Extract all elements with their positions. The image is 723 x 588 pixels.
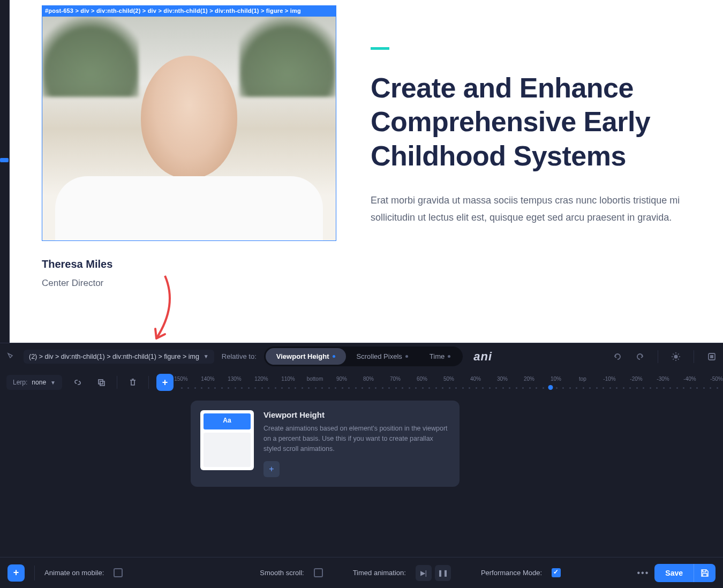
tab-label: Viewport Height	[276, 352, 329, 360]
smooth-scroll-checkbox[interactable]	[314, 568, 323, 577]
profile-name: Theresa Miles	[42, 258, 356, 270]
tab-scrolled-pixels[interactable]: Scrolled Pixels	[346, 348, 419, 365]
performance-mode-checkbox[interactable]	[552, 568, 561, 577]
save-button[interactable]: Save	[654, 564, 694, 582]
content-column: Create and Enhance Comprehensive Early C…	[366, 0, 702, 343]
performance-mode-label: Performance Mode:	[481, 569, 542, 577]
ruler-tick-label: 40%	[470, 376, 481, 382]
ruler-marker[interactable]	[0, 158, 9, 162]
svg-line-7	[673, 359, 674, 360]
tab-label: Time	[430, 352, 445, 360]
undo-icon[interactable]	[613, 352, 622, 361]
preview-canvas[interactable]: #post-653 > div > div:nth-child(2) > div…	[10, 0, 723, 343]
collapse-icon[interactable]	[707, 352, 717, 361]
timeline-ruler[interactable]: 150%140%130%120%110%bottom90%80%70%60%50…	[181, 376, 717, 389]
ruler-tick-label: -10%	[603, 376, 615, 382]
ruler-tick-label: 120%	[254, 376, 268, 382]
active-dot-icon	[333, 355, 335, 358]
selected-image-wrap[interactable]: #post-653 > div > div:nth-child(2) > div…	[42, 5, 336, 241]
card-title: Viewport Height	[263, 410, 450, 419]
card-add-button[interactable]: +	[263, 461, 280, 477]
lerp-label: Lerp:	[13, 379, 27, 386]
more-options-button[interactable]: •••	[631, 564, 654, 582]
relative-to-tabs: Viewport Height Scrolled Pixels Time	[264, 346, 463, 366]
animate-mobile-checkbox[interactable]	[114, 568, 123, 577]
timed-animation-label: Timed animation:	[353, 569, 406, 577]
preview-header: Aa	[204, 413, 251, 429]
ruler-tick-label: 30%	[497, 376, 508, 382]
ruler-tick-label: 110%	[281, 376, 295, 382]
ruler-tick-label: 90%	[336, 376, 347, 382]
copy-icon[interactable]	[93, 374, 109, 390]
card-description: Create animations based on element's pos…	[263, 424, 450, 454]
trash-icon[interactable]	[125, 374, 141, 390]
active-dot-icon	[448, 355, 450, 358]
profile-column: #post-653 > div > div:nth-child(2) > div…	[31, 0, 366, 343]
ruler-tick-label: bottom	[307, 376, 323, 382]
chevron-down-icon: ▼	[50, 380, 56, 386]
svg-line-5	[673, 353, 674, 355]
selector-path-badge: #post-653 > div > div:nth-child(2) > div…	[42, 5, 336, 16]
ruler-tick-label: -50%	[710, 376, 722, 382]
ruler-tick-label: -20%	[630, 376, 642, 382]
preview-body	[204, 433, 251, 467]
bottom-bar: + Animate on mobile: Smooth scroll: Time…	[0, 557, 723, 588]
tab-label: Scrolled Pixels	[357, 352, 402, 360]
ruler-tick-label: 10%	[551, 376, 561, 382]
svg-rect-12	[100, 381, 104, 386]
smooth-scroll-label: Smooth scroll:	[260, 569, 304, 577]
pause-icon[interactable]: ❚❚	[435, 565, 451, 581]
add-keyframe-button[interactable]: +	[156, 374, 174, 391]
svg-rect-11	[99, 380, 103, 384]
ruler-tick-label: 60%	[417, 376, 427, 382]
skip-end-icon[interactable]: ▶|	[416, 565, 432, 581]
timeline-bar: Lerp: none ▼ + 150%140%130%120%110%botto…	[0, 370, 723, 395]
target-icon[interactable]	[6, 352, 16, 361]
tab-time[interactable]: Time	[419, 348, 461, 365]
timeline-scrubber[interactable]	[548, 385, 553, 390]
add-animation-button[interactable]: +	[7, 564, 25, 582]
selector-dropdown-text: (2) > div > div:nth-child(1) > div:nth-c…	[29, 353, 199, 360]
ruler-tick-label: 20%	[524, 376, 534, 382]
ruler-tick-label: 130%	[228, 376, 242, 382]
ruler-tick-label: 50%	[443, 376, 454, 382]
lerp-value: none	[32, 379, 46, 386]
animate-mobile-label: Animate on mobile:	[44, 569, 104, 577]
accent-bar	[371, 47, 389, 50]
viewport-height-card: Aa Viewport Height Create animations bas…	[191, 401, 460, 487]
selector-bar: (2) > div > div:nth-child(1) > div:nth-c…	[0, 343, 723, 370]
ruler-tick-label: 140%	[201, 376, 215, 382]
ruler-tick-label: 150%	[174, 376, 188, 382]
relative-to-label: Relative to:	[222, 352, 257, 360]
ruler-tick-label: -40%	[683, 376, 696, 382]
tab-viewport-height[interactable]: Viewport Height	[266, 348, 346, 365]
headline: Create and Enhance Comprehensive Early C…	[371, 71, 686, 173]
lerp-dropdown[interactable]: Lerp: none ▼	[6, 375, 62, 390]
ruler-tick-label: 70%	[390, 376, 401, 382]
chevron-down-icon: ▼	[204, 353, 209, 359]
body-text: Erat morbi gravida ut massa sociis tempu…	[371, 192, 686, 226]
svg-rect-10	[710, 355, 713, 358]
ruler-tick-label: -30%	[657, 376, 669, 382]
svg-line-8	[678, 353, 679, 355]
save-disk-icon[interactable]	[694, 564, 716, 582]
svg-line-6	[678, 359, 679, 360]
vertical-ruler	[0, 0, 10, 343]
active-dot-icon	[405, 355, 408, 358]
profile-role: Center Director	[42, 278, 356, 289]
link-icon[interactable]	[70, 374, 86, 390]
card-preview: Aa	[200, 410, 254, 470]
app-logo: ani	[473, 350, 492, 364]
redo-icon[interactable]	[635, 352, 645, 361]
selector-dropdown[interactable]: (2) > div > div:nth-child(1) > div:nth-c…	[24, 350, 214, 364]
svg-point-0	[674, 355, 678, 358]
profile-image[interactable]	[42, 16, 336, 241]
brightness-icon[interactable]	[671, 352, 681, 361]
ruler-tick-label: 80%	[363, 376, 374, 382]
ruler-tick-label: top	[579, 376, 586, 382]
